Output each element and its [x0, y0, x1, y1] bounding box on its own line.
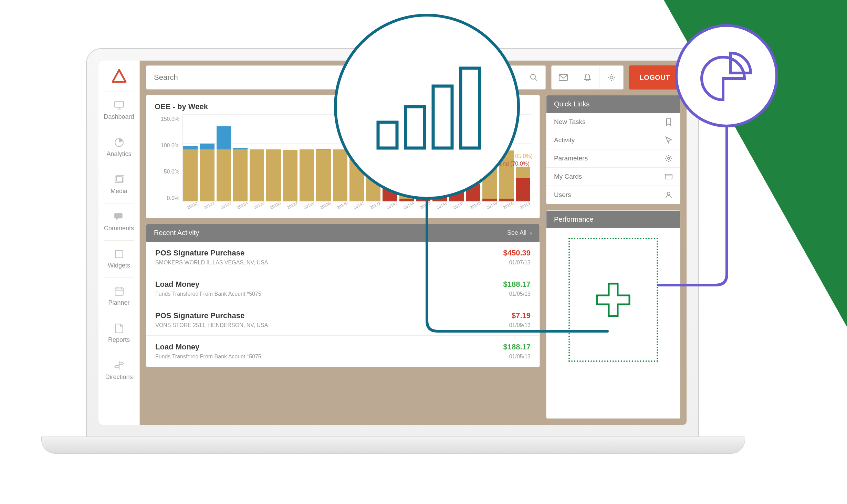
connector-pie	[657, 124, 757, 289]
sidebar-item-label: Comments	[104, 225, 134, 232]
svg-rect-20	[378, 122, 397, 148]
chart-bar	[199, 115, 215, 201]
sidebar-item-label: Widgets	[108, 262, 130, 269]
connector-bars	[424, 196, 610, 355]
messages-button[interactable]	[551, 65, 575, 90]
activity-title: POS Signature Purchase	[155, 311, 268, 320]
square-icon	[114, 249, 124, 259]
quicklink-label: Parameters	[554, 155, 588, 162]
svg-rect-0	[115, 101, 124, 107]
app-logo	[98, 61, 139, 92]
sidebar-item-directions[interactable]: Directions	[104, 352, 134, 389]
svg-rect-6	[115, 250, 123, 258]
bell-icon	[584, 73, 591, 82]
svg-rect-22	[433, 86, 452, 148]
overlay-pie-badge	[675, 24, 778, 127]
chart-bar	[232, 115, 249, 201]
svg-line-13	[535, 78, 537, 81]
y-tick: 100.0%	[161, 143, 179, 149]
sidebar-item-reports[interactable]: Reports	[104, 315, 134, 352]
topbar-icon-group	[551, 65, 624, 90]
quick-links-header: Quick Links	[546, 95, 680, 113]
clock-slice-icon	[114, 137, 124, 148]
activity-subtitle: VONS STORE 2511, HENDERSON, NV, USA	[155, 322, 268, 328]
sidebar-item-label: Analytics	[106, 150, 131, 158]
quicklink-label: My Cards	[554, 173, 582, 180]
quicklink-label: New Tasks	[554, 118, 586, 126]
mail-icon	[559, 74, 568, 81]
pictures-icon	[114, 175, 124, 185]
chart-bar	[315, 115, 332, 201]
sidebar-item-label: Planner	[108, 299, 129, 306]
chat-icon	[114, 212, 124, 222]
chart-bar	[265, 115, 282, 201]
pie-icon	[699, 48, 754, 103]
chart-bar	[249, 115, 265, 201]
chart-bar	[216, 115, 232, 201]
quick-links-title: Quick Links	[554, 100, 589, 108]
sidebar-item-media[interactable]: Media	[104, 166, 134, 203]
logout-button[interactable]: LOGOUT	[629, 65, 680, 90]
y-tick: 150.0%	[161, 116, 179, 122]
sidebar-item-planner[interactable]: Planner	[104, 277, 134, 315]
sidebar-item-label: Directions	[105, 374, 133, 381]
bars-icon	[372, 62, 482, 151]
overlay-bars-badge	[334, 14, 520, 200]
calendar-icon	[114, 286, 124, 296]
chart-bar	[299, 115, 315, 201]
activity-subtitle: Funds Transfered From Bank Acount *5075	[155, 354, 261, 360]
sidebar-item-widgets[interactable]: Widgets	[104, 240, 134, 277]
svg-point-12	[531, 74, 535, 79]
sidebar-item-dashboard[interactable]: Dashboard	[104, 92, 134, 129]
chart-bar	[282, 115, 299, 201]
signpost-icon	[114, 360, 124, 371]
activity-subtitle: Funds Transfered From Bank Acount *5075	[155, 291, 261, 297]
svg-point-15	[610, 76, 613, 79]
activity-title: Load Money	[155, 280, 261, 289]
activity-subtitle: SMOKERS WORLD II, LAS VEGAS, NV, USA	[155, 260, 268, 266]
svg-rect-7	[115, 288, 123, 295]
recent-activity-title: Recent Activity	[154, 229, 199, 237]
svg-rect-21	[406, 107, 425, 148]
activity-title: Load Money	[155, 343, 261, 351]
sidebar-item-comments[interactable]: Comments	[104, 203, 134, 240]
y-tick: 0.0%	[167, 195, 179, 201]
svg-rect-14	[559, 74, 567, 81]
sidebar: DashboardAnalyticsMediaCommentsWidgetsPl…	[98, 61, 140, 425]
document-icon	[114, 323, 124, 334]
y-tick: 50.0%	[164, 169, 179, 175]
sidebar-item-label: Media	[111, 188, 127, 195]
settings-button[interactable]	[599, 65, 624, 90]
sidebar-item-label: Reports	[108, 336, 130, 344]
chart-bar	[182, 115, 199, 201]
gear-icon	[607, 73, 616, 82]
laptop-base	[41, 437, 745, 454]
sidebar-item-label: Dashboard	[104, 113, 134, 120]
search-icon	[530, 73, 538, 82]
notifications-button[interactable]	[575, 65, 599, 90]
svg-rect-23	[461, 68, 480, 148]
triangle-logo-icon	[112, 69, 127, 83]
activity-title: POS Signature Purchase	[155, 249, 268, 258]
monitor-icon	[114, 100, 124, 111]
sidebar-item-analytics[interactable]: Analytics	[104, 129, 134, 166]
chart-y-axis: 150.0%100.0%50.0%0.0%	[155, 115, 182, 214]
quicklink-label: Activity	[554, 136, 575, 144]
